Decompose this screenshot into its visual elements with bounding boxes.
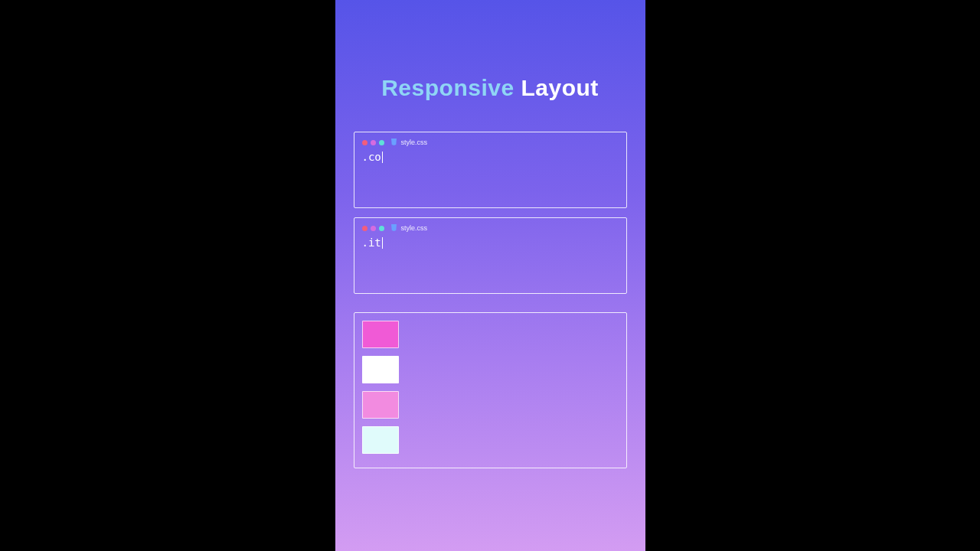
file-tab[interactable]: style.css xyxy=(390,224,428,232)
code-text: .it xyxy=(362,236,381,249)
preview-container xyxy=(362,321,619,454)
css-file-icon xyxy=(390,224,398,232)
code-editor-card: style.css .co xyxy=(354,132,627,208)
preview-item xyxy=(362,426,399,454)
text-cursor-icon xyxy=(382,237,383,249)
code-editor-card: style.css .it xyxy=(354,217,627,294)
file-name: style.css xyxy=(401,139,428,146)
close-dot-icon[interactable] xyxy=(362,140,368,145)
title-main: Layout xyxy=(521,75,598,100)
minimize-dot-icon[interactable] xyxy=(371,140,376,145)
file-name: style.css xyxy=(401,224,428,232)
window-controls: style.css xyxy=(362,224,619,232)
traffic-lights xyxy=(362,140,384,145)
text-cursor-icon xyxy=(382,152,383,163)
window-controls: style.css xyxy=(362,139,619,146)
layout-preview-card xyxy=(354,312,627,468)
close-dot-icon[interactable] xyxy=(362,226,368,231)
css-file-icon xyxy=(390,139,398,146)
code-line[interactable]: .co xyxy=(362,151,619,163)
preview-item xyxy=(362,391,399,419)
preview-item xyxy=(362,356,399,383)
page-title: Responsive Layout xyxy=(343,75,638,101)
traffic-lights xyxy=(362,226,384,231)
maximize-dot-icon[interactable] xyxy=(379,226,384,231)
preview-item xyxy=(362,321,399,348)
code-line[interactable]: .it xyxy=(362,236,619,249)
minimize-dot-icon[interactable] xyxy=(371,226,376,231)
title-accent: Responsive xyxy=(381,75,514,100)
code-text: .co xyxy=(362,151,381,163)
file-tab[interactable]: style.css xyxy=(390,139,428,146)
phone-frame: Responsive Layout style.css .co xyxy=(335,0,645,551)
cards-wrap: style.css .co style.css xyxy=(343,132,638,468)
maximize-dot-icon[interactable] xyxy=(379,140,384,145)
